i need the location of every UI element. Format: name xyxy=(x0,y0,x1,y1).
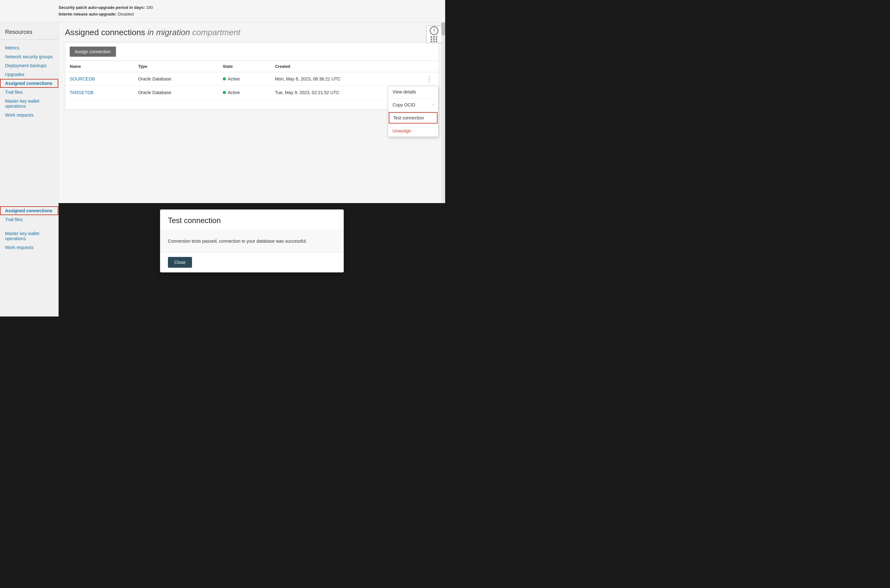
title-prefix: Assigned connections xyxy=(65,28,145,37)
bottom-peek-trail-files[interactable]: Trail files xyxy=(0,215,58,224)
row2-type: Oracle Database xyxy=(134,86,218,99)
page-title: Assigned connections in migration compar… xyxy=(65,28,439,38)
showing-row: Showing 1-2 of 2 items xyxy=(65,99,438,109)
dialog-close-button[interactable]: Close xyxy=(168,257,192,268)
row1-state: Active xyxy=(218,72,270,86)
dialog-message: Connection tests passed, connection to y… xyxy=(168,238,307,244)
dialog-body: Connection tests passed, connection to y… xyxy=(160,230,344,252)
chevron-right-icon: › xyxy=(432,103,434,107)
menu-item-unassign[interactable]: Unassign xyxy=(388,125,438,136)
table-header-row: Name Type State Created xyxy=(65,61,438,72)
col-header-name: Name xyxy=(65,61,134,72)
row1-actions: ⋮ xyxy=(420,72,438,86)
security-patch-info: Security patch auto-upgrade period in da… xyxy=(59,4,439,11)
row1-type: Oracle Database xyxy=(134,72,218,86)
table-row: TARGETDB Oracle Database Active Tue, May… xyxy=(65,86,438,99)
showing-text: Showing 1-2 of 2 items xyxy=(65,99,438,109)
bottom-section: Assigned connections Trail files Master … xyxy=(0,203,445,316)
sidebar-item-deployment-backups[interactable]: Deployment backups xyxy=(0,61,58,70)
interim-release-label: Interim release auto-upgrade: xyxy=(59,12,117,16)
dialog-header: Test connection xyxy=(160,210,344,230)
row2-name: TARGETDB xyxy=(65,86,134,99)
row2-state-label: Active xyxy=(228,90,240,95)
row1-created: Mon, May 8, 2023, 08:36:21 UTC xyxy=(270,72,420,86)
interim-release-value: Disabled xyxy=(117,12,134,16)
sidebar-item-trail-files[interactable]: Trail files xyxy=(0,88,58,97)
dialog-footer: Close xyxy=(160,252,344,272)
top-panel: Security patch auto-upgrade period in da… xyxy=(0,0,445,22)
bottom-peek-master-key[interactable]: Master key wallet operations xyxy=(0,229,58,243)
help-icon-button[interactable]: ? xyxy=(426,26,442,43)
table-toolbar: Assign connection xyxy=(65,43,438,61)
assign-connection-button[interactable]: Assign connection xyxy=(70,46,116,57)
bottom-peek-assigned-connections[interactable]: Assigned connections xyxy=(0,206,58,215)
connections-table: Name Type State Created SOURCEDB Oracle … xyxy=(65,61,438,109)
dialog-title: Test connection xyxy=(168,216,336,225)
menu-item-copy-ocid[interactable]: Copy OCID › xyxy=(388,99,438,111)
col-header-state: State xyxy=(218,61,270,72)
dialog-overlay: Test connection Connection tests passed,… xyxy=(59,203,445,316)
help-circle-icon: ? xyxy=(430,26,438,35)
menu-item-view-details[interactable]: View details xyxy=(388,86,438,98)
bottom-peek-work-requests[interactable]: Work requests xyxy=(0,243,58,252)
scrollbar-thumb xyxy=(441,22,445,35)
main-layout: Resources Metrics Network security group… xyxy=(0,22,445,203)
sidebar-item-network-security-groups[interactable]: Network security groups xyxy=(0,52,58,61)
menu-item-test-connection[interactable]: Test connection xyxy=(389,112,438,123)
row1-name: SOURCEDB xyxy=(65,72,134,86)
security-patch-value: 180 xyxy=(146,5,153,10)
sidebar-item-metrics[interactable]: Metrics xyxy=(0,44,58,52)
row1-kebab-button[interactable]: ⋮ xyxy=(425,75,434,82)
status-active-dot xyxy=(223,77,226,81)
sidebar-item-upgrades[interactable]: Upgrades xyxy=(0,70,58,79)
sidebar-item-master-key-wallet[interactable]: Master key wallet operations xyxy=(0,97,58,111)
context-menu: View details Copy OCID › Test connection xyxy=(388,86,438,137)
sidebar-header: Resources xyxy=(0,29,58,40)
bottom-sidebar-peek: Assigned connections Trail files Master … xyxy=(0,203,59,316)
row2-actions: ⋮ View details Copy OCID › xyxy=(420,86,438,99)
help-dots-icon xyxy=(431,36,438,42)
sidebar-item-work-requests[interactable]: Work requests xyxy=(0,111,58,119)
targetdb-link[interactable]: TARGETDB xyxy=(70,90,93,95)
col-header-type: Type xyxy=(134,61,218,72)
row2-state: Active xyxy=(218,86,270,99)
content-area: ? Assigned connections in migration comp… xyxy=(59,22,445,203)
status-active-dot-2 xyxy=(223,91,226,94)
col-header-created: Created xyxy=(270,61,420,72)
security-patch-label: Security patch auto-upgrade period in da… xyxy=(59,5,145,10)
sidebar: Resources Metrics Network security group… xyxy=(0,22,59,203)
sourcedb-link[interactable]: SOURCEDB xyxy=(70,76,95,81)
sidebar-item-assigned-connections[interactable]: Assigned connections xyxy=(0,79,58,88)
interim-release-info: Interim release auto-upgrade: Disabled xyxy=(59,11,439,18)
row1-state-label: Active xyxy=(228,76,240,81)
test-connection-dialog: Test connection Connection tests passed,… xyxy=(160,209,344,273)
connections-table-container: Assign connection Name Type State Create… xyxy=(65,42,439,110)
table-row: SOURCEDB Oracle Database Active Mon, May… xyxy=(65,72,438,86)
scrollbar-track[interactable] xyxy=(441,22,445,203)
